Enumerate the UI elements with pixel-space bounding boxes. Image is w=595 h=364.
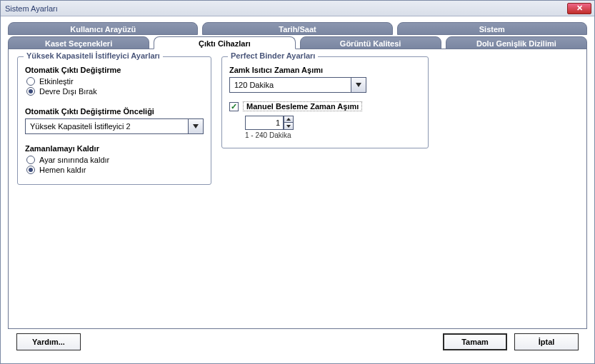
chevron-up-icon	[286, 118, 291, 121]
radio-enable-label: Etkinleştir	[39, 77, 74, 86]
manual-feed-value[interactable]: 1	[245, 116, 284, 130]
close-icon: ✕	[576, 4, 583, 12]
footer-right: Tamam İptal	[443, 333, 579, 350]
chevron-down-icon	[193, 124, 199, 128]
tab-full-width-array[interactable]: Dolu Genişlik Dizilimi	[446, 36, 587, 49]
radio-unload-now-label: Hemen kaldır	[39, 166, 86, 174]
window-title: Sistem Ayarları	[4, 4, 58, 13]
priority-select[interactable]: Yüksek Kapasiteli İstifleyici 2	[25, 118, 204, 134]
chevron-down-icon	[356, 83, 361, 87]
manual-feed-label: Manuel Besleme Zaman Aşımı	[243, 101, 362, 111]
system-settings-window: Sistem Ayarları ✕ Kullanıcı Arayüzü Tari…	[0, 0, 595, 364]
cancel-button[interactable]: İptal	[514, 333, 579, 350]
tab-user-interface[interactable]: Kullanıcı Arayüzü	[8, 22, 198, 35]
titlebar: Sistem Ayarları ✕	[1, 1, 594, 16]
radio-unload-limit-label: Ayar sınırında kaldır	[39, 156, 109, 164]
tab-tray-options[interactable]: Kaset Seçenekleri	[8, 36, 149, 49]
tab-system[interactable]: Sistem	[397, 22, 587, 35]
radio-disable-label: Devre Dışı Bırak	[39, 87, 97, 96]
spinner-up[interactable]	[284, 116, 294, 123]
manual-feed-hint: 1 - 240 Dakika	[245, 131, 421, 139]
radio-icon	[26, 166, 35, 174]
radio-icon	[26, 77, 35, 86]
manual-feed-checkbox-row[interactable]: Manuel Besleme Zaman Aşımı	[229, 101, 421, 111]
spinner-buttons	[284, 116, 294, 130]
content-area: Kullanıcı Arayüzü Tarih/Saat Sistem Kase…	[1, 16, 594, 363]
tab-date-time[interactable]: Tarih/Saat	[202, 22, 392, 35]
tab-row-secondary: Kaset Seçenekleri Çıktı Cihazları Görünt…	[8, 36, 587, 49]
unload-label: Zamanlamayı Kaldır	[25, 144, 204, 153]
spinner-down[interactable]	[284, 123, 294, 130]
heater-timeout-value: 120 Dakika	[229, 77, 351, 93]
priority-label: Otomatik Çıktı Değiştirme Önceliği	[25, 107, 204, 116]
stacker-settings-group: Yüksek Kapasiteli İstifleyici Ayarları O…	[17, 56, 211, 185]
manual-feed-checkbox[interactable]	[229, 102, 239, 111]
tab-row-primary: Kullanıcı Arayüzü Tarih/Saat Sistem	[8, 22, 587, 35]
tab-image-quality[interactable]: Görüntü Kalitesi	[300, 36, 441, 49]
heater-timeout-select[interactable]: 120 Dakika	[229, 77, 421, 93]
radio-unload-now[interactable]: Hemen kaldır	[26, 166, 204, 174]
stacker-group-title: Yüksek Kapasiteli İstifleyici Ayarları	[24, 51, 163, 60]
ok-button[interactable]: Tamam	[443, 333, 507, 350]
close-button[interactable]: ✕	[567, 3, 591, 14]
radio-icon	[26, 156, 35, 164]
radio-enable[interactable]: Etkinleştir	[26, 77, 204, 86]
help-button[interactable]: Yardım...	[16, 333, 81, 350]
manual-feed-spinner[interactable]: 1	[245, 116, 421, 130]
binder-settings-group: Perfect Binder Ayarları Zamk Isıtıcı Zam…	[221, 56, 429, 148]
radio-icon	[26, 87, 35, 96]
priority-dropdown-button[interactable]	[188, 118, 204, 134]
auto-switch-label: Otomatik Çıktı Değiştirme	[25, 66, 204, 74]
heater-timeout-label: Zamk Isıtıcı Zaman Aşımı	[229, 66, 421, 74]
output-devices-panel: Yüksek Kapasiteli İstifleyici Ayarları O…	[8, 49, 587, 329]
radio-unload-limit[interactable]: Ayar sınırında kaldır	[26, 156, 204, 164]
radio-disable[interactable]: Devre Dışı Bırak	[26, 87, 204, 96]
heater-dropdown-button[interactable]	[351, 77, 366, 93]
chevron-down-icon	[286, 125, 291, 128]
footer: Yardım... Tamam İptal	[8, 329, 587, 360]
priority-value: Yüksek Kapasiteli İstifleyici 2	[25, 118, 188, 134]
binder-group-title: Perfect Binder Ayarları	[228, 51, 318, 60]
tab-output-devices[interactable]: Çıktı Cihazları	[154, 36, 295, 49]
